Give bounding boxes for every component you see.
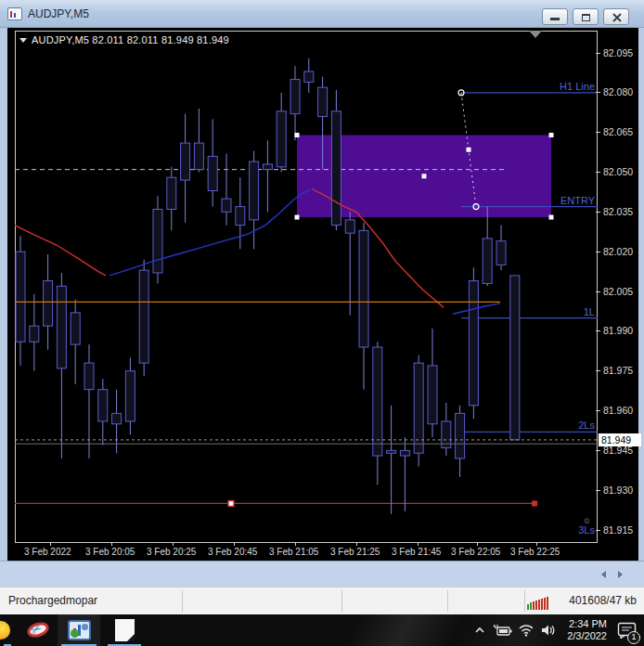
symbol-dropdown-icon[interactable] xyxy=(19,38,27,43)
time-axis[interactable]: 3 Feb 20223 Feb 20:053 Feb 20:253 Feb 20… xyxy=(15,544,644,560)
price-axis[interactable]: 82.09582.08082.06582.05082.03582.02082.0… xyxy=(599,31,644,550)
candle-body xyxy=(98,390,108,421)
time-tick-mark xyxy=(295,543,296,546)
edge-partial-icon xyxy=(0,621,10,640)
time-tick-label: 3 Feb 21:45 xyxy=(392,547,441,557)
zone-handle[interactable] xyxy=(549,215,554,220)
price-tick-label: 81.930 xyxy=(599,484,633,496)
price-tick-label: 81.915 xyxy=(599,524,633,536)
candle-body xyxy=(84,363,94,390)
restore-button[interactable] xyxy=(573,8,599,25)
chart-window-icon xyxy=(7,7,22,20)
candle-body xyxy=(167,177,176,209)
candle-body xyxy=(290,80,300,114)
window-titlebar[interactable]: AUDJPY,M5 xyxy=(0,0,644,28)
candle-body xyxy=(236,207,245,226)
candle-body xyxy=(483,239,492,284)
price-tick-label: 82.050 xyxy=(599,166,633,177)
taskbar: ✂ xyxy=(0,614,644,646)
candle-body xyxy=(71,313,80,344)
time-tick-label: 3 Feb 22:25 xyxy=(510,547,560,557)
time-tick-mark xyxy=(111,543,112,546)
chart-ohlc-header: AUDJPY,M5 82.011 82.011 81.949 81.949 xyxy=(19,34,229,45)
candle-body xyxy=(428,366,437,424)
time-tick-mark xyxy=(536,543,537,546)
time-tick-label: 3 Feb 21:25 xyxy=(330,547,380,557)
status-bar-divider xyxy=(447,590,448,612)
time-tick-label: 3 Feb 21:05 xyxy=(269,547,318,557)
candle-body xyxy=(57,286,66,368)
candle-body xyxy=(359,230,368,347)
wifi-icon[interactable] xyxy=(518,624,535,637)
taskbar-item-edge[interactable] xyxy=(0,614,15,646)
candle-body xyxy=(263,164,272,170)
candle-body xyxy=(318,87,328,116)
window-bottom-strip xyxy=(0,561,644,587)
window-title: AUDJPY,M5 xyxy=(28,7,89,20)
object-marker-triangle-icon[interactable] xyxy=(529,31,542,38)
candle-body xyxy=(400,450,409,456)
clock-time: 2:34 PM xyxy=(567,618,607,630)
time-tick-label: 3 Feb 22:05 xyxy=(451,547,500,557)
taskbar-clock[interactable]: 2:34 PM 2/3/2022 xyxy=(567,618,607,642)
candle-body xyxy=(277,111,286,167)
candle-body xyxy=(387,450,396,453)
volume-icon[interactable] xyxy=(540,624,557,637)
time-tick-mark xyxy=(50,543,51,546)
zone-handle[interactable] xyxy=(295,215,300,220)
zone-handle[interactable] xyxy=(549,133,554,137)
trendline-mid-handle[interactable] xyxy=(467,148,471,152)
time-tick-label: 3 Feb 20:25 xyxy=(147,547,196,557)
metatrader-icon xyxy=(68,620,91,640)
candle-body xyxy=(125,371,135,421)
traffic-label: 401608/47 kb xyxy=(569,594,637,607)
price-tick-label: 82.005 xyxy=(599,286,633,297)
price-tick-label: 82.020 xyxy=(599,246,633,257)
account-name-label: Prochargedmopar xyxy=(8,594,97,607)
candle-body xyxy=(456,413,465,459)
status-bar: Prochargedmopar 401608/47 kb xyxy=(0,587,644,614)
candle-body xyxy=(331,111,341,226)
battery-icon[interactable] xyxy=(492,624,512,637)
status-bar-divider xyxy=(341,590,342,612)
candle-body xyxy=(222,199,231,212)
chart-ohlc-text: AUDJPY,M5 82.011 82.011 81.949 81.949 xyxy=(32,34,229,45)
scroll-right-icon[interactable] xyxy=(618,571,623,578)
price-tick-label: 82.080 xyxy=(599,86,633,97)
status-bar-divider xyxy=(182,590,183,612)
zone-handle[interactable] xyxy=(295,133,300,137)
candle-body xyxy=(304,71,314,82)
red-line-mid-handle[interactable] xyxy=(228,500,234,506)
red-line-end-handle[interactable] xyxy=(532,500,537,506)
candle-body xyxy=(250,162,259,220)
minimize-icon xyxy=(550,18,560,20)
price-tick-label: 81.975 xyxy=(599,365,633,376)
restore-icon xyxy=(582,14,590,21)
action-center-button[interactable]: 1 xyxy=(612,614,640,646)
close-icon xyxy=(612,12,623,23)
candle-body xyxy=(30,326,39,342)
chart-plot-area[interactable] xyxy=(15,31,598,543)
scroll-left-icon[interactable] xyxy=(601,571,606,578)
candle-body xyxy=(153,209,162,273)
taskbar-item-metatrader[interactable] xyxy=(58,614,100,646)
candle-body xyxy=(44,281,53,327)
taskbar-item-notepad[interactable] xyxy=(104,614,145,646)
minimize-button[interactable] xyxy=(542,8,568,25)
notification-badge: 1 xyxy=(627,631,640,644)
close-button[interactable] xyxy=(603,8,629,25)
tray-chevron-icon[interactable] xyxy=(473,624,486,637)
taskbar-item-snipping-tool[interactable]: ✂ xyxy=(19,614,58,646)
candle-body xyxy=(496,241,506,265)
time-tick-mark xyxy=(173,543,174,546)
traffic-bars-icon xyxy=(527,595,551,610)
zone-center-handle[interactable] xyxy=(422,174,427,178)
time-tick-mark xyxy=(477,543,478,546)
time-tick-label: 3 Feb 20:45 xyxy=(208,547,257,557)
candle-body xyxy=(139,270,148,363)
current-price-box: 81.949 xyxy=(599,433,641,446)
window-border-left xyxy=(0,28,7,561)
candle-body xyxy=(208,156,217,190)
candle-body xyxy=(345,220,354,233)
status-bar-divider xyxy=(524,590,525,612)
